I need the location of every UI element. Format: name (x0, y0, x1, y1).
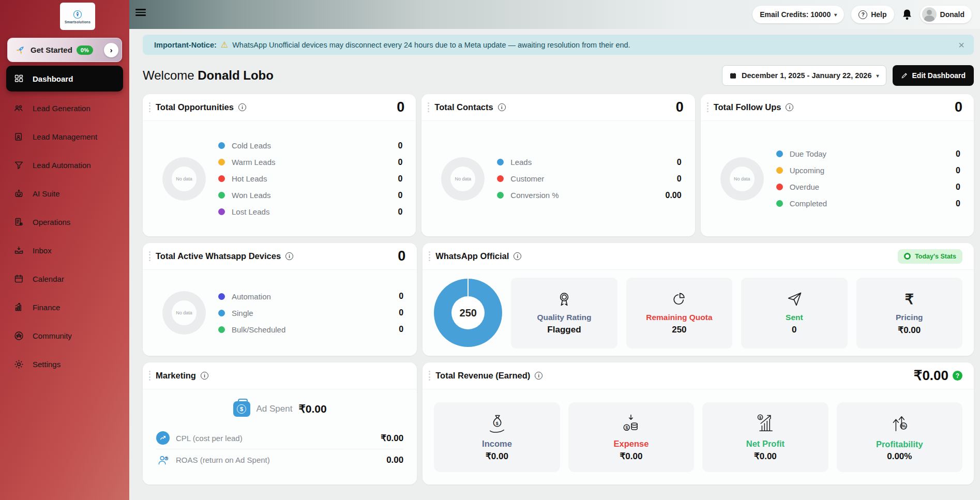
sidebar-item-label: Dashboard (33, 74, 73, 83)
stat-pricing: ₹ Pricing ₹0.00 (856, 278, 962, 349)
legend-label: Overdue (790, 183, 820, 191)
legend-dot (218, 175, 225, 182)
funnel-icon (13, 160, 24, 171)
card-total-active-whatsapp-devices: Total Active Whatsapp Devices i 0 No dat… (143, 243, 417, 356)
legend-dot (218, 142, 225, 149)
legend-label: Hot Leads (232, 174, 267, 183)
stat-value: Flagged (547, 325, 581, 335)
drag-handle-icon[interactable] (428, 102, 429, 113)
tile-value: ₹0.00 (486, 451, 508, 462)
chevron-down-icon: ▾ (877, 73, 879, 79)
legend-value: 0 (398, 191, 402, 200)
sidebar-item-finance[interactable]: Finance (6, 293, 123, 322)
briefcase-dollar-icon: $ (233, 401, 250, 417)
sidebar-item-calendar[interactable]: Calendar (6, 265, 123, 293)
no-data-label: No data (172, 166, 197, 191)
legend-value: 0 (398, 174, 402, 184)
notification-bell-icon[interactable] (901, 8, 913, 21)
legend-label: Due Today (790, 149, 826, 158)
legend-value: 0 (956, 199, 960, 208)
date-range-picker[interactable]: December 1, 2025 - January 22, 2026 ▾ (722, 65, 886, 86)
legend-row: Bulk/Scheduled 0 (218, 324, 403, 335)
drag-handle-icon[interactable] (149, 371, 150, 381)
svg-text:$: $ (165, 457, 167, 460)
topbar: Email Credits: 10000 ▾ ? Help Donald (129, 0, 980, 29)
card-title: Total Contacts (434, 102, 493, 112)
info-icon[interactable]: i (786, 103, 793, 111)
user-menu-button[interactable]: Donald (920, 6, 972, 23)
info-icon[interactable]: i (201, 372, 208, 380)
legend-dot (218, 159, 225, 165)
info-icon[interactable]: i (535, 372, 542, 380)
rupee-icon: ₹ (905, 291, 914, 308)
drag-handle-icon[interactable] (149, 251, 150, 262)
stat-label: Remaining Quota (646, 313, 712, 322)
info-icon[interactable]: i (238, 103, 246, 111)
sidebar-item-settings[interactable]: Settings (6, 350, 123, 378)
todays-stats-badge: Today's Stats (898, 249, 962, 264)
sidebar-item-lead-generation[interactable]: Lead Generation (6, 94, 123, 123)
legend-value: 0 (399, 325, 403, 334)
tile-profitability: % Profitability 0.00% (837, 402, 962, 472)
sidebar-item-operations[interactable]: Operations (6, 208, 123, 236)
legend-dot (776, 200, 783, 207)
sidebar-nav: Dashboard Lead Generation Lead Managemen… (0, 66, 129, 378)
trend-up-icon (156, 431, 170, 445)
roas-value: 0.00 (386, 455, 403, 465)
tile-income: $ Income ₹0.00 (434, 402, 560, 472)
clipboard-gear-icon (13, 217, 24, 228)
card-title: Marketing (156, 371, 196, 381)
info-icon[interactable]: i (498, 103, 506, 111)
legend-label: Automation (232, 292, 271, 301)
get-started-button[interactable]: Get Started 0% › (7, 38, 122, 62)
calendar-icon (729, 72, 737, 80)
help-circle-icon[interactable]: ? (953, 371, 962, 381)
sidebar-item-ai-suite[interactable]: AI Suite (6, 179, 123, 208)
drag-handle-icon[interactable] (429, 371, 430, 381)
sidebar-item-lead-management[interactable]: Lead Management (6, 123, 123, 151)
legend-label: Won Leads (232, 191, 271, 200)
cpl-value: ₹0.00 (381, 433, 403, 444)
sidebar-item-community[interactable]: Community (6, 322, 123, 350)
tile-value: ₹0.00 (620, 451, 642, 462)
robot-icon (13, 188, 24, 199)
email-credits-button[interactable]: Email Credits: 10000 ▾ (752, 6, 844, 23)
drag-handle-icon[interactable] (149, 102, 150, 113)
stat-value: 0 (792, 325, 796, 335)
rocket-logo-icon (72, 9, 83, 20)
notice-banner: Important-Notice: ⚠ WhatsApp Unofficial … (143, 35, 974, 55)
sidebar-item-dashboard[interactable]: Dashboard (6, 66, 123, 92)
question-circle-icon: ? (858, 10, 867, 19)
legend-value: 0 (398, 141, 402, 150)
app-logo[interactable]: Smartsolutions (60, 3, 95, 30)
legend-row: Completed 0 (776, 199, 960, 209)
date-range-label: December 1, 2025 - January 22, 2026 (742, 71, 872, 80)
opportunities-donut-chart: No data (162, 157, 206, 201)
drag-handle-icon[interactable] (707, 102, 708, 113)
warning-icon: ⚠ (221, 40, 228, 50)
legend-label: Upcoming (790, 166, 825, 175)
sidebar-item-lead-automation[interactable]: Lead Automation (6, 151, 123, 179)
card-title: Total Opportunities (156, 102, 234, 112)
info-icon[interactable]: i (514, 252, 521, 260)
help-button[interactable]: ? Help (851, 6, 894, 23)
legend-dot (776, 167, 783, 174)
legend-dot (776, 150, 783, 157)
chevron-right-icon[interactable]: › (104, 43, 118, 57)
card-marketing: Marketing i $ Ad Spent ₹0.00 (143, 362, 417, 484)
edit-dashboard-button[interactable]: Edit Dashboard (893, 65, 974, 86)
hamburger-icon[interactable] (135, 9, 146, 16)
tile-value: 0.00% (887, 451, 912, 462)
roas-row: $ ROAS (return on Ad Spent) 0.00 (156, 449, 403, 471)
card-total-value: 0 (676, 99, 684, 115)
tile-label: Expense (613, 439, 649, 449)
tile-label: Profitability (876, 440, 923, 449)
info-icon[interactable]: i (285, 252, 293, 260)
card-total-contacts: Total Contacts i 0 No data Leads 0 (421, 94, 695, 236)
drag-handle-icon[interactable] (429, 251, 430, 262)
legend-value: 0.00 (666, 191, 682, 200)
close-icon[interactable]: × (958, 40, 964, 50)
legend-label: Cold Leads (232, 141, 271, 150)
cpl-row: CPL (cost per lead) ₹0.00 (156, 427, 403, 449)
sidebar-item-inbox[interactable]: Inbox (6, 236, 123, 265)
